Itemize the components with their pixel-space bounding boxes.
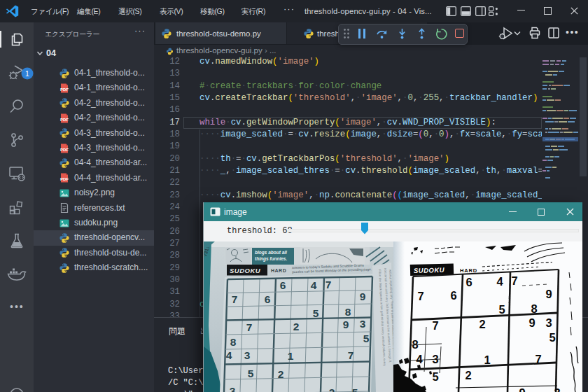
svg-text:5: 5 [363, 332, 370, 344]
svg-text:things funnies.: things funnies. [255, 256, 287, 262]
svg-text:7: 7 [535, 353, 541, 365]
svg-text:4: 4 [226, 349, 232, 361]
svg-text:PDF: PDF [60, 147, 69, 151]
svg-text:5: 5 [498, 303, 505, 316]
svg-text:7: 7 [417, 290, 424, 302]
svg-text:4: 4 [311, 279, 317, 291]
svg-text:3: 3 [230, 385, 236, 392]
svg-text:7: 7 [246, 321, 253, 333]
svg-text:9: 9 [545, 288, 552, 300]
svg-text:8: 8 [230, 336, 237, 348]
svg-text:3: 3 [554, 386, 560, 392]
svg-text:8: 8 [412, 338, 418, 351]
svg-text:blogs about all: blogs about all [255, 250, 287, 255]
svg-text:3: 3 [545, 316, 552, 329]
svg-text:1: 1 [288, 350, 294, 362]
svg-text:9: 9 [519, 386, 525, 392]
svg-text:3: 3 [432, 353, 438, 365]
svg-text:2: 2 [465, 369, 471, 382]
svg-text:2: 2 [329, 386, 335, 392]
svg-text:4: 4 [416, 353, 423, 365]
svg-text:5: 5 [313, 307, 319, 319]
svg-text:5: 5 [248, 368, 254, 379]
svg-text:7: 7 [432, 319, 438, 332]
svg-text:9: 9 [343, 318, 349, 330]
svg-text:5: 5 [549, 331, 555, 344]
svg-text:2: 2 [278, 368, 284, 380]
svg-text:9: 9 [528, 316, 535, 329]
svg-text:6: 6 [265, 293, 271, 305]
svg-text:PDF: PDF [60, 87, 69, 91]
svg-text:3: 3 [360, 318, 366, 330]
svg-text:5: 5 [432, 370, 438, 383]
svg-text:4: 4 [496, 275, 503, 288]
svg-text:1: 1 [25, 70, 29, 78]
svg-text:1: 1 [484, 354, 490, 366]
svg-text:9: 9 [360, 290, 366, 302]
svg-text:3: 3 [244, 349, 251, 361]
svg-text:7: 7 [326, 279, 332, 290]
svg-text:8: 8 [531, 302, 537, 315]
svg-text:6: 6 [465, 276, 472, 288]
svg-text:HARD: HARD [271, 268, 286, 273]
svg-text:2: 2 [479, 318, 485, 330]
svg-text:SUDOKU: SUDOKU [414, 266, 445, 274]
svg-text:2: 2 [293, 321, 300, 332]
svg-text:SUDOKU: SUDOKU [230, 267, 261, 274]
svg-text:8: 8 [345, 306, 351, 318]
svg-text:6: 6 [280, 279, 286, 291]
svg-text:7: 7 [511, 274, 517, 287]
svg-text:7: 7 [348, 349, 354, 361]
svg-text:PDF: PDF [60, 177, 69, 181]
svg-text:6: 6 [450, 289, 456, 302]
svg-text:5: 5 [352, 386, 358, 392]
svg-text:HARD: HARD [460, 267, 477, 274]
svg-text:7: 7 [232, 293, 238, 305]
svg-text:PDF: PDF [60, 117, 69, 121]
